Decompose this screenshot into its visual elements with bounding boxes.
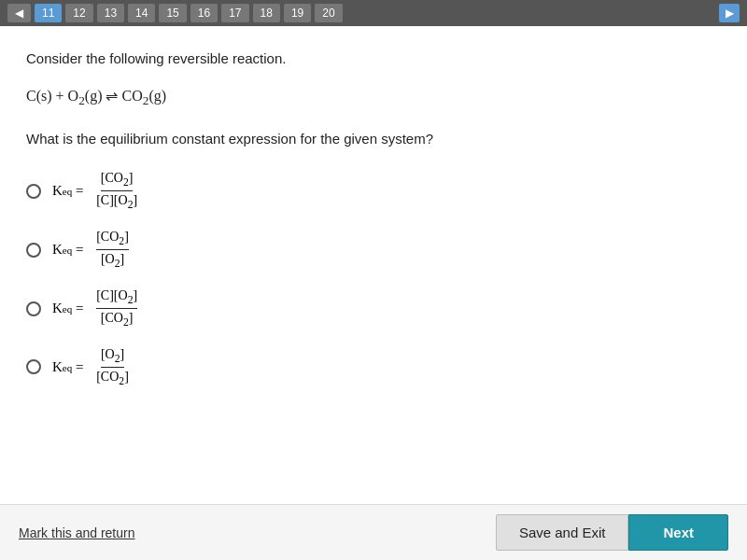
question-intro: Consider the following reversible reacti…: [26, 49, 721, 70]
fraction-a-den: [C][O2]: [96, 191, 137, 212]
option-b-formula: Keq = [CO2] [O2]: [52, 229, 131, 271]
nav-btn-back[interactable]: ◀: [7, 4, 31, 22]
option-c[interactable]: Keq = [C][O2] [CO2]: [26, 287, 721, 329]
next-button[interactable]: Next: [628, 514, 728, 551]
fraction-c-num: [C][O2]: [96, 287, 137, 309]
nav-btn-forward[interactable]: ▶: [719, 4, 740, 22]
fraction-b: [CO2] [O2]: [96, 229, 129, 271]
fraction-a: [CO2] [C][O2]: [96, 170, 137, 212]
fraction-b-num: [CO2]: [96, 229, 129, 250]
bottom-bar: Mark this and return Save and Exit Next: [0, 504, 747, 560]
nav-btn-18[interactable]: 18: [253, 4, 280, 22]
keq-label-c: Keq =: [52, 301, 87, 316]
radio-d[interactable]: [26, 359, 41, 374]
option-a-formula: Keq = [CO2] [C][O2]: [52, 170, 139, 212]
radio-c[interactable]: [26, 301, 41, 316]
keq-label-a: Keq =: [52, 183, 87, 199]
fraction-a-num: [CO2]: [101, 170, 134, 191]
option-d[interactable]: Keq = [O2] [CO2]: [26, 346, 721, 388]
nav-btn-15[interactable]: 15: [159, 4, 186, 22]
option-b[interactable]: Keq = [CO2] [O2]: [26, 229, 721, 271]
options-list: Keq = [CO2] [C][O2] Keq = [CO2] [O2]: [26, 170, 721, 388]
fraction-d-num: [O2]: [101, 346, 124, 368]
nav-btn-11[interactable]: 11: [35, 4, 62, 22]
fraction-c: [C][O2] [CO2]: [96, 287, 137, 329]
fraction-d: [O2] [CO2]: [96, 346, 129, 388]
nav-btn-14[interactable]: 14: [128, 4, 155, 22]
radio-a[interactable]: [26, 184, 41, 199]
nav-btn-12[interactable]: 12: [65, 4, 92, 22]
fraction-b-den: [O2]: [101, 250, 124, 271]
radio-b[interactable]: [26, 243, 41, 258]
top-navigation: ◀ 11 12 13 14 15 16 17 18 19 20 ▶: [0, 0, 747, 26]
nav-btn-20[interactable]: 20: [315, 4, 342, 22]
fraction-c-den: [CO2]: [101, 309, 134, 329]
main-content: Consider the following reversible reacti…: [0, 26, 747, 504]
question-text: What is the equilibrium constant express…: [26, 129, 721, 150]
keq-label-d: Keq =: [52, 359, 87, 375]
nav-btn-19[interactable]: 19: [284, 4, 311, 22]
reaction-equation: C(s) + O2(g) ⇌ CO2(g): [26, 87, 721, 108]
save-exit-button[interactable]: Save and Exit: [496, 514, 629, 551]
nav-btn-16[interactable]: 16: [190, 4, 218, 22]
keq-label-b: Keq =: [52, 242, 87, 258]
option-a[interactable]: Keq = [CO2] [C][O2]: [26, 170, 721, 212]
option-c-formula: Keq = [C][O2] [CO2]: [52, 287, 139, 329]
mark-return-button[interactable]: Mark this and return: [19, 525, 135, 540]
option-d-formula: Keq = [O2] [CO2]: [52, 346, 131, 388]
nav-btn-17[interactable]: 17: [221, 4, 248, 22]
nav-btn-13[interactable]: 13: [97, 4, 124, 22]
fraction-d-den: [CO2]: [96, 368, 129, 388]
bottom-right-buttons: Save and Exit Next: [496, 514, 728, 551]
